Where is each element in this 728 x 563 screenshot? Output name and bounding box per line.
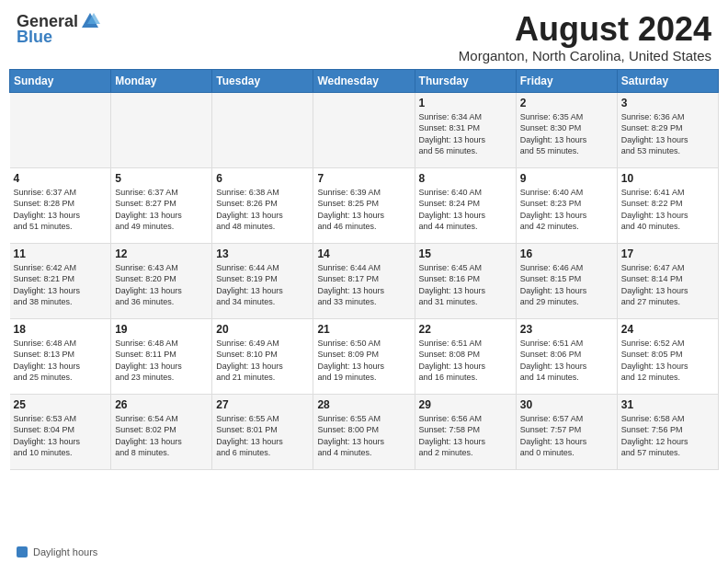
day-cell: 26Sunrise: 6:54 AM Sunset: 8:02 PM Dayli… bbox=[111, 394, 212, 469]
day-number: 25 bbox=[14, 398, 108, 411]
day-cell: 3Sunrise: 6:36 AM Sunset: 8:29 PM Daylig… bbox=[617, 92, 718, 167]
month-title: August 2024 bbox=[459, 11, 711, 48]
day-cell: 20Sunrise: 6:49 AM Sunset: 8:10 PM Dayli… bbox=[212, 318, 313, 394]
day-info: Sunrise: 6:44 AM Sunset: 8:17 PM Dayligh… bbox=[317, 262, 410, 308]
day-info: Sunrise: 6:56 AM Sunset: 7:58 PM Dayligh… bbox=[419, 413, 512, 459]
day-cell: 17Sunrise: 6:47 AM Sunset: 8:14 PM Dayli… bbox=[617, 243, 718, 318]
title-area: August 2024 Morganton, North Carolina, U… bbox=[459, 11, 711, 63]
day-number: 9 bbox=[520, 172, 613, 185]
day-cell: 10Sunrise: 6:41 AM Sunset: 8:22 PM Dayli… bbox=[617, 167, 718, 243]
col-friday: Friday bbox=[516, 69, 617, 92]
day-info: Sunrise: 6:44 AM Sunset: 8:19 PM Dayligh… bbox=[216, 262, 309, 308]
day-info: Sunrise: 6:48 AM Sunset: 8:13 PM Dayligh… bbox=[14, 338, 108, 384]
day-number: 14 bbox=[317, 247, 410, 260]
day-cell: 23Sunrise: 6:51 AM Sunset: 8:06 PM Dayli… bbox=[516, 318, 617, 394]
day-number: 12 bbox=[115, 247, 208, 260]
day-info: Sunrise: 6:58 AM Sunset: 7:56 PM Dayligh… bbox=[621, 413, 714, 459]
day-info: Sunrise: 6:38 AM Sunset: 8:26 PM Dayligh… bbox=[216, 187, 309, 233]
day-number: 15 bbox=[419, 247, 512, 260]
day-info: Sunrise: 6:35 AM Sunset: 8:30 PM Dayligh… bbox=[520, 111, 613, 157]
day-info: Sunrise: 6:57 AM Sunset: 7:57 PM Dayligh… bbox=[520, 413, 613, 459]
day-info: Sunrise: 6:51 AM Sunset: 8:06 PM Dayligh… bbox=[520, 338, 613, 384]
day-cell: 28Sunrise: 6:55 AM Sunset: 8:00 PM Dayli… bbox=[313, 394, 415, 469]
day-cell: 9Sunrise: 6:40 AM Sunset: 8:23 PM Daylig… bbox=[516, 167, 617, 243]
day-cell: 7Sunrise: 6:39 AM Sunset: 8:25 PM Daylig… bbox=[313, 167, 415, 243]
day-info: Sunrise: 6:40 AM Sunset: 8:24 PM Dayligh… bbox=[419, 187, 512, 233]
day-number: 20 bbox=[216, 323, 309, 336]
day-cell: 25Sunrise: 6:53 AM Sunset: 8:04 PM Dayli… bbox=[10, 394, 111, 469]
day-cell: 29Sunrise: 6:56 AM Sunset: 7:58 PM Dayli… bbox=[415, 394, 516, 469]
week-row-2: 4Sunrise: 6:37 AM Sunset: 8:28 PM Daylig… bbox=[10, 167, 719, 243]
day-info: Sunrise: 6:39 AM Sunset: 8:25 PM Dayligh… bbox=[317, 187, 410, 233]
day-number: 5 bbox=[115, 172, 208, 185]
col-saturday: Saturday bbox=[617, 69, 718, 92]
day-info: Sunrise: 6:37 AM Sunset: 8:28 PM Dayligh… bbox=[14, 187, 108, 233]
day-number: 24 bbox=[621, 323, 714, 336]
day-number: 8 bbox=[419, 172, 512, 185]
day-info: Sunrise: 6:41 AM Sunset: 8:22 PM Dayligh… bbox=[621, 187, 714, 233]
day-info: Sunrise: 6:47 AM Sunset: 8:14 PM Dayligh… bbox=[621, 262, 714, 308]
day-info: Sunrise: 6:43 AM Sunset: 8:20 PM Dayligh… bbox=[115, 262, 208, 308]
week-row-5: 25Sunrise: 6:53 AM Sunset: 8:04 PM Dayli… bbox=[10, 394, 719, 469]
day-cell: 31Sunrise: 6:58 AM Sunset: 7:56 PM Dayli… bbox=[617, 394, 718, 469]
logo-icon bbox=[80, 11, 100, 31]
day-number: 19 bbox=[115, 323, 208, 336]
day-info: Sunrise: 6:53 AM Sunset: 8:04 PM Dayligh… bbox=[14, 413, 108, 459]
day-info: Sunrise: 6:55 AM Sunset: 8:00 PM Dayligh… bbox=[317, 413, 410, 459]
day-number: 4 bbox=[14, 172, 108, 185]
day-number: 28 bbox=[317, 398, 410, 411]
calendar-container: Sunday Monday Tuesday Wednesday Thursday… bbox=[9, 69, 719, 539]
week-row-3: 11Sunrise: 6:42 AM Sunset: 8:21 PM Dayli… bbox=[10, 243, 719, 318]
daylight-label: Daylight hours bbox=[33, 546, 97, 557]
day-number: 27 bbox=[216, 398, 309, 411]
day-number: 18 bbox=[14, 323, 108, 336]
daylight-legend-icon bbox=[17, 546, 28, 557]
calendar-table: Sunday Monday Tuesday Wednesday Thursday… bbox=[9, 69, 719, 470]
day-cell: 12Sunrise: 6:43 AM Sunset: 8:20 PM Dayli… bbox=[111, 243, 212, 318]
logo-area: General Blue bbox=[17, 11, 100, 47]
day-info: Sunrise: 6:40 AM Sunset: 8:23 PM Dayligh… bbox=[520, 187, 613, 233]
day-number: 13 bbox=[216, 247, 309, 260]
week-row-1: 1Sunrise: 6:34 AM Sunset: 8:31 PM Daylig… bbox=[10, 92, 719, 167]
day-info: Sunrise: 6:52 AM Sunset: 8:05 PM Dayligh… bbox=[621, 338, 714, 384]
day-cell: 8Sunrise: 6:40 AM Sunset: 8:24 PM Daylig… bbox=[415, 167, 516, 243]
day-info: Sunrise: 6:48 AM Sunset: 8:11 PM Dayligh… bbox=[115, 338, 208, 384]
footer: Daylight hours bbox=[0, 543, 728, 563]
day-info: Sunrise: 6:37 AM Sunset: 8:27 PM Dayligh… bbox=[115, 187, 208, 233]
location-title: Morganton, North Carolina, United States bbox=[459, 48, 711, 63]
day-number: 16 bbox=[520, 247, 613, 260]
day-number: 29 bbox=[419, 398, 512, 411]
day-cell: 5Sunrise: 6:37 AM Sunset: 8:27 PM Daylig… bbox=[111, 167, 212, 243]
day-cell bbox=[111, 92, 212, 167]
day-cell: 15Sunrise: 6:45 AM Sunset: 8:16 PM Dayli… bbox=[415, 243, 516, 318]
col-sunday: Sunday bbox=[10, 69, 111, 92]
day-cell: 30Sunrise: 6:57 AM Sunset: 7:57 PM Dayli… bbox=[516, 394, 617, 469]
day-number: 11 bbox=[14, 247, 108, 260]
day-cell: 14Sunrise: 6:44 AM Sunset: 8:17 PM Dayli… bbox=[313, 243, 415, 318]
day-cell: 13Sunrise: 6:44 AM Sunset: 8:19 PM Dayli… bbox=[212, 243, 313, 318]
col-thursday: Thursday bbox=[415, 69, 516, 92]
page: General Blue August 2024 Morganton, Nort… bbox=[0, 0, 728, 563]
day-cell: 11Sunrise: 6:42 AM Sunset: 8:21 PM Dayli… bbox=[10, 243, 111, 318]
day-info: Sunrise: 6:36 AM Sunset: 8:29 PM Dayligh… bbox=[621, 111, 714, 157]
header: General Blue August 2024 Morganton, Nort… bbox=[0, 0, 728, 69]
day-number: 21 bbox=[317, 323, 410, 336]
day-number: 17 bbox=[621, 247, 714, 260]
day-number: 30 bbox=[520, 398, 613, 411]
day-info: Sunrise: 6:50 AM Sunset: 8:09 PM Dayligh… bbox=[317, 338, 410, 384]
col-wednesday: Wednesday bbox=[313, 69, 415, 92]
day-cell: 6Sunrise: 6:38 AM Sunset: 8:26 PM Daylig… bbox=[212, 167, 313, 243]
day-number: 1 bbox=[419, 97, 512, 109]
calendar-body: 1Sunrise: 6:34 AM Sunset: 8:31 PM Daylig… bbox=[10, 92, 719, 469]
day-cell: 1Sunrise: 6:34 AM Sunset: 8:31 PM Daylig… bbox=[415, 92, 516, 167]
day-cell bbox=[313, 92, 415, 167]
day-info: Sunrise: 6:54 AM Sunset: 8:02 PM Dayligh… bbox=[115, 413, 208, 459]
day-cell bbox=[212, 92, 313, 167]
day-info: Sunrise: 6:34 AM Sunset: 8:31 PM Dayligh… bbox=[419, 111, 512, 157]
day-cell: 21Sunrise: 6:50 AM Sunset: 8:09 PM Dayli… bbox=[313, 318, 415, 394]
day-info: Sunrise: 6:51 AM Sunset: 8:08 PM Dayligh… bbox=[419, 338, 512, 384]
day-number: 6 bbox=[216, 172, 309, 185]
day-cell: 27Sunrise: 6:55 AM Sunset: 8:01 PM Dayli… bbox=[212, 394, 313, 469]
day-number: 7 bbox=[317, 172, 410, 185]
day-info: Sunrise: 6:45 AM Sunset: 8:16 PM Dayligh… bbox=[419, 262, 512, 308]
